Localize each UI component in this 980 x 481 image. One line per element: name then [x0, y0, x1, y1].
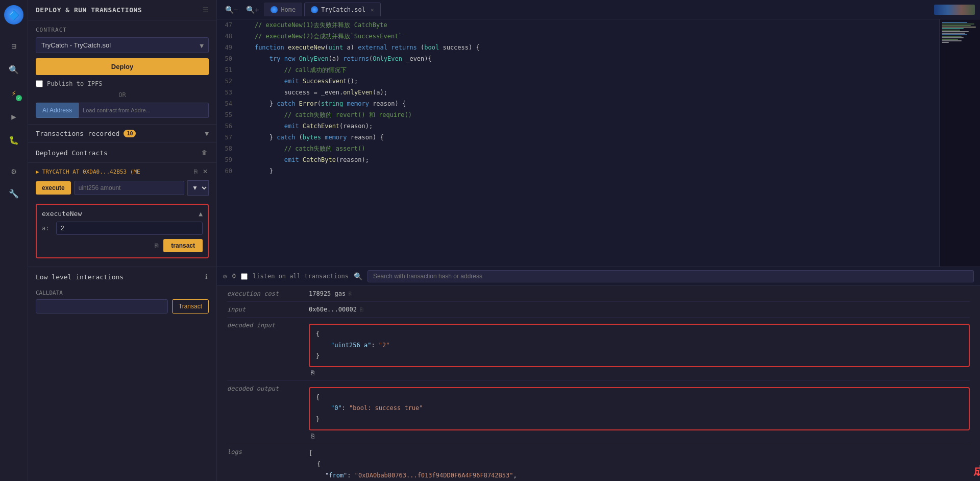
input-value: 0x60e...00002 ⎘ — [309, 306, 970, 313]
publish-row: Publish to IPFS — [36, 80, 209, 87]
minimap-line — [942, 22, 967, 23]
bottom-icons: ⚙ 🔧 — [7, 156, 21, 208]
nav-icon-settings[interactable]: ⚙ — [7, 164, 21, 178]
decoded-input-box: { "uint256 a": "2" } — [309, 324, 970, 367]
decoded-output-label: decoded output — [227, 385, 309, 392]
transactions-recorded-row[interactable]: Transactions recorded 10 ▼ — [28, 124, 216, 142]
execute-new-header: executeNew ▲ — [42, 210, 203, 218]
code-line-55: 55 // catch失败的 revert() 和 require() — [217, 109, 939, 121]
publish-ipfs-checkbox[interactable] — [36, 80, 43, 87]
minimap-line — [942, 40, 962, 41]
deploy-badge: ✓ — [16, 95, 22, 101]
copy-decoded-input-icon[interactable]: ⎘ — [311, 369, 314, 376]
listen-checkbox[interactable] — [241, 273, 248, 280]
tab-home-label: Home — [281, 6, 296, 13]
delete-contracts-icon[interactable]: 🗑 — [201, 148, 209, 157]
minimap-line — [942, 36, 962, 37]
contract-section: CONTRACT TryCatch - TryCatch.sol ▼ Deplo… — [28, 20, 216, 124]
code-line-58: 58 // catch失败的 assert() — [217, 143, 939, 154]
copy-decoded-output-icon[interactable]: ⎘ — [311, 432, 314, 440]
or-divider: OR — [36, 91, 209, 99]
trycatch-tab-icon — [311, 6, 318, 13]
nav-icon-plugin[interactable]: ▶ — [7, 109, 21, 124]
code-area: 47 // executeNew(1)去失败并释放 CatchByte 48 /… — [217, 19, 980, 267]
logs-section: [ { "from": "0xDA0bab80763...f013f94DD0F… — [309, 448, 970, 481]
transact-row: ⎘ transact — [42, 239, 203, 252]
search-icon-button[interactable]: 🔍 — [354, 272, 362, 280]
minimap-line — [942, 27, 976, 28]
deploy-button[interactable]: Deploy — [36, 58, 209, 75]
copy-address-icon[interactable]: ⎘ — [193, 167, 199, 176]
tx-count: 0 — [232, 273, 236, 280]
calldata-transact-button[interactable]: Transact — [172, 299, 209, 314]
minimap-line — [942, 28, 964, 29]
transact-button[interactable]: transact — [163, 239, 203, 252]
instance-actions: ⎘ ✕ — [193, 167, 209, 176]
code-line-51: 51 // call成功的情况下 — [217, 64, 939, 76]
nav-icon-debug[interactable]: 🐛 — [7, 133, 21, 147]
left-panel: DEPLOY & RUN TRANSACTIONS ☰ CONTRACT Try… — [28, 0, 217, 481]
minimap-thumbnail — [934, 5, 975, 15]
param-a-row: a: — [42, 222, 203, 235]
nav-icon-deploy[interactable]: ⚡ ✓ — [7, 86, 21, 100]
calldata-input[interactable] — [36, 299, 168, 314]
transaction-panel: ⊘ 0 listen on all transactions 🔍 executi… — [217, 267, 980, 481]
transactions-recorded-label: Transactions recorded 10 — [36, 130, 136, 137]
tx-decoded-output-row: decoded output { "0": "bool: success tru… — [227, 381, 970, 444]
panel-menu-icon[interactable]: ☰ — [203, 6, 209, 14]
expand-icon[interactable]: ⊘ — [223, 273, 227, 280]
zoom-out-button[interactable]: 🔍− — [222, 4, 241, 16]
at-address-button[interactable]: At Address — [36, 103, 79, 118]
chevron-icon: ▶ — [36, 169, 39, 175]
tx-input-row: input 0x60e...00002 ⎘ — [227, 302, 970, 318]
code-line-52: 52 emit SuccessEvent(); — [217, 76, 939, 87]
code-line-47: 47 // executeNew(1)去失败并释放 CatchByte — [217, 19, 939, 31]
logs-label: logs — [227, 448, 309, 455]
editor-tabs: 🔍− 🔍+ Home TryCatch.sol ✕ — [217, 0, 980, 19]
deployed-contracts-row: Deployed Contracts 🗑 — [28, 142, 216, 162]
remix-logo: 🔷 — [4, 5, 23, 25]
calldata-row: Transact — [36, 299, 209, 314]
execute-button[interactable]: execute — [36, 181, 71, 195]
nav-icon-tools[interactable]: 🔧 — [7, 186, 21, 201]
minimap-line — [942, 34, 967, 35]
method-amount-input[interactable] — [74, 181, 184, 195]
copy-calldata-icon[interactable]: ⎘ — [154, 241, 159, 250]
contract-instance: ▶ TRYCATCH AT 0XDA0...42B53 (ME ⎘ ✕ exec… — [28, 162, 216, 200]
minimap-line — [942, 25, 971, 26]
at-address-row: At Address — [36, 103, 209, 118]
listen-label: listen on all transactions — [253, 273, 349, 280]
low-level-label: Low level interactions — [36, 273, 124, 281]
tab-trycatch[interactable]: TryCatch.sol ✕ — [304, 3, 380, 16]
code-line-57: 57 } catch (bytes memory reason) { — [217, 132, 939, 143]
contract-instance-name: TRYCATCH AT 0XDA0...42B53 (ME — [42, 169, 190, 175]
execute-new-section: executeNew ▲ a: ⎘ transact — [36, 204, 209, 258]
zoom-in-button[interactable]: 🔍+ — [243, 4, 262, 16]
calldata-section: CALLDATA Transact — [28, 286, 216, 319]
copy-input-icon[interactable]: ⎘ — [360, 306, 363, 313]
decoded-input-content: { "uint256 a": "2" } ⎘ — [309, 322, 970, 376]
load-contract-input[interactable] — [79, 103, 209, 118]
code-editor[interactable]: 47 // executeNew(1)去失败并释放 CatchByte 48 /… — [217, 19, 939, 267]
nav-icon-search[interactable]: 🔍 — [7, 62, 21, 77]
copy-execution-cost-icon[interactable]: ⎘ — [349, 291, 352, 297]
contract-select[interactable]: TryCatch - TryCatch.sol — [36, 37, 209, 53]
tab-home[interactable]: Home — [264, 3, 302, 16]
execute-new-title: executeNew — [42, 210, 82, 218]
transactions-count-badge: 10 — [124, 130, 136, 137]
method-select[interactable]: ▼ — [187, 180, 209, 196]
minimap-line — [942, 33, 965, 34]
low-level-info-icon[interactable]: ℹ — [204, 272, 209, 281]
tx-search-input[interactable] — [368, 270, 974, 282]
code-line-48: 48 // executeNew(2)会成功并释放`SuccessEvent` — [217, 31, 939, 42]
code-line-53: 53 success = _even.onlyEven(a); — [217, 87, 939, 98]
execute-new-collapse-icon[interactable]: ▲ — [199, 210, 203, 218]
param-a-label: a: — [42, 225, 52, 232]
contract-select-wrapper: TryCatch - TryCatch.sol ▼ — [36, 37, 209, 53]
param-a-input[interactable] — [56, 222, 203, 235]
minimap-line — [942, 30, 960, 31]
nav-icon-files[interactable]: ⊞ — [7, 39, 21, 53]
tab-close-icon[interactable]: ✕ — [371, 7, 374, 13]
remove-instance-icon[interactable]: ✕ — [202, 167, 209, 176]
minimap-line — [942, 23, 974, 25]
